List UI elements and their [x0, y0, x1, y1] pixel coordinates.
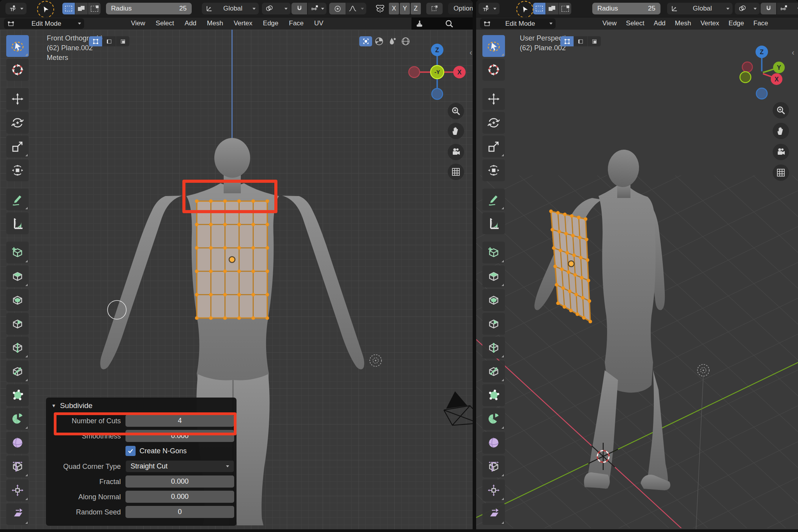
- tool-select-box-button[interactable]: [482, 35, 505, 57]
- menu-add[interactable]: Add: [654, 19, 666, 27]
- menu-mesh[interactable]: Mesh: [675, 19, 691, 27]
- tool-add-cube-button[interactable]: [482, 242, 505, 263]
- create-ngons-checkbox[interactable]: [125, 446, 136, 456]
- snap-toggle-button[interactable]: [761, 3, 776, 14]
- tool-scale-button[interactable]: [482, 136, 505, 157]
- tool-move-button[interactable]: [6, 88, 29, 110]
- tool-annotate-button[interactable]: [6, 189, 29, 210]
- shading-solid-icon[interactable]: [374, 36, 384, 46]
- tool-edge-slide-button[interactable]: [482, 456, 505, 477]
- tool-shear-button[interactable]: [482, 503, 505, 525]
- mirror-axis-z-button[interactable]: Z: [411, 3, 421, 14]
- tool-poly-build-button[interactable]: [482, 384, 505, 406]
- select-box-mode-button[interactable]: [533, 3, 546, 14]
- tool-transform-button[interactable]: [482, 159, 505, 181]
- mode-dropdown[interactable]: Edit Mode: [4, 18, 84, 29]
- tool-inset-faces-button[interactable]: [482, 289, 505, 311]
- tool-extrude-region-button[interactable]: [482, 265, 505, 287]
- panel-title-row[interactable]: ▼Subdivide: [51, 401, 92, 410]
- paintbrush-icon[interactable]: [415, 19, 425, 29]
- search-icon[interactable]: [444, 19, 454, 29]
- tool-loop-cut-button[interactable]: [6, 337, 29, 359]
- menu-mesh[interactable]: Mesh: [207, 19, 223, 27]
- tool-shrink-fatten-button[interactable]: [482, 479, 505, 501]
- menu-edge[interactable]: Edge: [729, 19, 744, 27]
- proportional-editing-toggle[interactable]: [329, 3, 346, 14]
- tool-transform-button[interactable]: [6, 159, 29, 181]
- options-dropdown[interactable]: Options: [448, 3, 473, 14]
- tool-shrink-fatten-button[interactable]: [6, 479, 29, 501]
- tool-measure-button[interactable]: [6, 212, 29, 234]
- tool-knife-button[interactable]: [482, 361, 505, 382]
- tool-spin-button[interactable]: [482, 408, 505, 430]
- tool-knife-button[interactable]: [6, 361, 29, 382]
- menu-add[interactable]: Add: [185, 19, 196, 27]
- xray-toggle-button[interactable]: [359, 36, 372, 46]
- tool-scale-button[interactable]: [6, 136, 29, 157]
- vertex-select-mode-button[interactable]: [560, 36, 574, 46]
- menu-vertex[interactable]: Vertex: [234, 19, 252, 27]
- edge-select-mode-button[interactable]: [102, 36, 116, 46]
- shading-rendered-icon[interactable]: [401, 36, 411, 46]
- tool-cursor-button[interactable]: [482, 59, 505, 81]
- pivot-point-dropdown[interactable]: [735, 3, 760, 14]
- tool-move-button[interactable]: [482, 88, 505, 110]
- active-tool-dropdown[interactable]: [478, 3, 500, 14]
- edge-select-mode-button[interactable]: [574, 36, 587, 46]
- menu-uv[interactable]: UV: [314, 19, 323, 27]
- tool-select-box-button[interactable]: [6, 35, 29, 57]
- tool-smooth-button[interactable]: [482, 432, 505, 454]
- radius-slider[interactable]: Radius25: [592, 3, 660, 14]
- tool-shear-button[interactable]: [6, 503, 29, 525]
- tool-smooth-button[interactable]: [6, 432, 29, 454]
- tool-cursor-button[interactable]: [6, 59, 29, 81]
- menu-edge[interactable]: Edge: [263, 19, 279, 27]
- transform-orientation-dropdown[interactable]: Global: [667, 3, 733, 14]
- tool-annotate-button[interactable]: [482, 189, 505, 210]
- proportional-falloff-dropdown[interactable]: [346, 3, 366, 14]
- transform-orientation-dropdown[interactable]: Global: [202, 3, 259, 14]
- mirror-axis-x-button[interactable]: X: [389, 3, 399, 14]
- shading-material-icon[interactable]: [387, 36, 397, 46]
- menu-select[interactable]: Select: [626, 19, 644, 27]
- select-extend-mode-button[interactable]: [546, 3, 558, 14]
- select-subtract-mode-button[interactable]: [88, 3, 101, 14]
- tool-rotate-button[interactable]: [6, 112, 29, 134]
- tool-measure-button[interactable]: [482, 212, 505, 234]
- radius-slider[interactable]: Radius25: [106, 3, 192, 14]
- snap-target-dropdown[interactable]: [777, 3, 798, 14]
- tool-poly-build-button[interactable]: [6, 384, 29, 406]
- menu-view[interactable]: View: [131, 19, 145, 27]
- snap-toggle-button[interactable]: [291, 3, 307, 14]
- snap-target-dropdown[interactable]: [308, 3, 327, 14]
- field-quad-corner-type[interactable]: Straight Cut: [125, 460, 234, 472]
- tool-extrude-region-button[interactable]: [6, 265, 29, 287]
- menu-select[interactable]: Select: [156, 19, 174, 27]
- field-fractal[interactable]: 0.000: [125, 475, 234, 488]
- tool-loop-cut-button[interactable]: [482, 337, 505, 359]
- face-select-mode-button[interactable]: [116, 36, 129, 46]
- mode-dropdown[interactable]: Edit Mode: [480, 18, 556, 29]
- field-along-normal[interactable]: 0.000: [125, 491, 234, 503]
- select-subtract-mode-button[interactable]: [559, 3, 571, 14]
- face-select-mode-button[interactable]: [588, 36, 601, 46]
- menu-face[interactable]: Face: [754, 19, 768, 27]
- tool-bevel-button[interactable]: [6, 313, 29, 335]
- vertex-select-mode-button[interactable]: [89, 36, 102, 46]
- tool-edge-slide-button[interactable]: [6, 456, 29, 477]
- select-box-mode-button[interactable]: [62, 3, 75, 14]
- tool-add-cube-button[interactable]: [6, 242, 29, 263]
- snap-base-button[interactable]: [426, 3, 443, 14]
- mirror-axis-y-button[interactable]: Y: [400, 3, 410, 14]
- pivot-point-dropdown[interactable]: [262, 3, 291, 14]
- tool-bevel-button[interactable]: [482, 313, 505, 335]
- menu-face[interactable]: Face: [289, 19, 304, 27]
- field-random-seed[interactable]: 0: [125, 506, 234, 518]
- select-extend-mode-button[interactable]: [75, 3, 88, 14]
- menu-vertex[interactable]: Vertex: [701, 19, 719, 27]
- active-tool-dropdown[interactable]: [5, 3, 26, 14]
- tool-rotate-button[interactable]: [482, 112, 505, 134]
- tool-inset-faces-button[interactable]: [6, 289, 29, 311]
- menu-view[interactable]: View: [602, 19, 617, 27]
- tool-spin-button[interactable]: [6, 408, 29, 430]
